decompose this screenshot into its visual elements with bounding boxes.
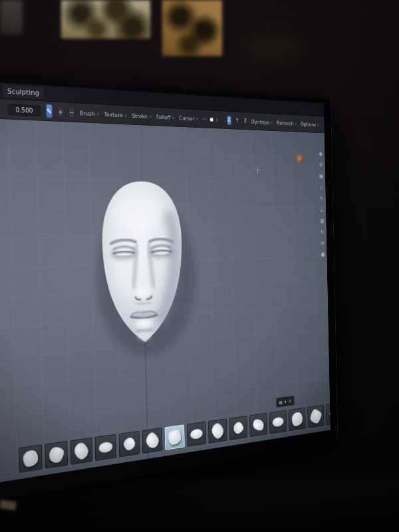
chevron-down-icon: ∨ (124, 113, 127, 118)
chevron-down-icon: ∨ (295, 122, 297, 126)
menu-stroke-label: Stroke (132, 112, 148, 119)
brush-thumbnail[interactable] (187, 422, 206, 447)
radius-increase-button[interactable]: + (57, 106, 63, 117)
gizmo-icon[interactable]: ◉ (319, 151, 323, 156)
panel-dyntopo-button[interactable]: Dyntopo ∨ (251, 118, 273, 126)
brush-preview-icon (23, 450, 38, 467)
monitor: Sculpting 0.500 ✎ + − Brush ∨ Texture ∨ (0, 74, 338, 505)
menu-brush-label: Brush (80, 109, 95, 116)
3d-viewport[interactable]: ◉ ⊕ ▣ ◇ ✎ ∠ ▦ ↻ ≡ ● ▦ ▾ × (0, 117, 331, 489)
symmetry-x-button[interactable]: X (227, 116, 231, 124)
panel-dyntopo-label: Dyntopo (251, 118, 269, 126)
brush-preview-icon (72, 440, 91, 462)
panel-options-button[interactable]: Options ∨ (301, 120, 319, 127)
brush-thumbnail[interactable] (229, 416, 247, 440)
brush-preview-icon (46, 444, 66, 466)
brush-thumbnail[interactable] (19, 444, 43, 472)
header-overflow-group: ⋯ ● ∨ (203, 116, 219, 122)
brush-preview-icon (232, 420, 244, 436)
brush-preview-icon (292, 412, 303, 427)
brush-thumbnail[interactable] (289, 408, 306, 431)
brush-thumbnail[interactable] (119, 431, 140, 458)
wall-reflection (233, 27, 313, 66)
close-icon[interactable]: × (289, 398, 292, 404)
brush-preview-icon (189, 429, 203, 440)
brush-preview-icon (271, 417, 285, 427)
brush-preview-icon (98, 442, 114, 453)
brush-thumbnail[interactable] (249, 413, 267, 437)
chevron-down-icon: ∨ (149, 114, 152, 119)
brush-preview-icon (210, 421, 225, 441)
menu-cursor-label: Cursor (179, 114, 194, 122)
brush-preview-icon (144, 430, 160, 451)
workspace-tab-sculpting[interactable]: Sculpting (2, 84, 44, 99)
zoom-icon[interactable]: ⊕ (319, 162, 323, 168)
brush-thumbnail-selected[interactable] (165, 424, 185, 450)
window-light-corner (0, 0, 23, 35)
measure-icon[interactable]: ∠ (320, 207, 324, 212)
menu-stroke[interactable]: Stroke ∨ (132, 112, 152, 119)
dot-icon[interactable]: ● (321, 252, 325, 257)
symmetry-z-button[interactable]: Z (243, 116, 247, 125)
chevron-down-icon: ∨ (216, 118, 219, 122)
menu-falloff[interactable]: Falloff ∨ (156, 113, 175, 120)
brush-preview-icon (168, 429, 181, 446)
toggle-overlays-icon[interactable]: ◇ (320, 185, 323, 190)
brush-thumbnail[interactable] (208, 418, 227, 443)
brush-thumbnail[interactable] (269, 410, 287, 434)
photo-of-monitor: Sculpting 0.500 ✎ + − Brush ∨ Texture ∨ (0, 0, 399, 532)
menu-cursor[interactable]: Cursor ∨ (179, 114, 198, 122)
active-tool-marker-icon (297, 156, 301, 160)
blender-window: Sculpting 0.500 ✎ + − Brush ∨ Texture ∨ (0, 80, 331, 489)
camera-view-icon[interactable]: ▣ (319, 174, 323, 179)
chevron-down-icon: ∨ (172, 116, 175, 120)
chevron-down-icon: ∨ (317, 123, 319, 128)
annotate-icon[interactable]: ✎ (320, 196, 323, 201)
brush-preview-icon (329, 407, 331, 421)
brush-thumbnail[interactable] (45, 441, 68, 469)
orbit-icon[interactable]: ↻ (321, 229, 324, 235)
chevron-down-icon: ∨ (271, 120, 273, 125)
active-brush-button[interactable]: ✎ (46, 104, 53, 118)
panel-options-label: Options (301, 120, 316, 127)
menu-texture[interactable]: Texture ∨ (104, 110, 127, 118)
menu-falloff-label: Falloff (156, 113, 171, 120)
brush-thumbnail[interactable] (326, 402, 331, 425)
brush-thumbnail[interactable] (142, 428, 163, 454)
panel-remesh-label: Remesh (277, 120, 293, 126)
symmetry-y-button[interactable]: Y (235, 116, 239, 125)
grid-icon[interactable]: ▦ (320, 218, 324, 223)
brush-preview-icon (122, 436, 136, 452)
chevron-down-icon: ∨ (196, 116, 198, 121)
brush-icon: ✎ (47, 107, 52, 116)
shading-sphere-icon[interactable]: ● (209, 116, 213, 122)
chevron-down-icon: ∨ (96, 112, 99, 117)
brush-thumbnail[interactable] (94, 434, 116, 461)
brush-thumbnail[interactable] (307, 405, 324, 428)
sculpted-head-mesh (78, 177, 207, 371)
menu-texture-label: Texture (104, 110, 122, 118)
brush-preview-icon (251, 418, 265, 433)
grid-icon[interactable]: ▦ (279, 400, 283, 405)
window-light-left (61, 0, 150, 39)
options-icon[interactable]: ≡ (321, 241, 324, 246)
panel-remesh-button[interactable]: Remesh ∨ (277, 120, 297, 127)
brush-thumbnail[interactable] (70, 438, 92, 465)
window-light-right (162, 0, 222, 56)
brush-preview-icon (309, 407, 323, 426)
overflow-dots-icon[interactable]: ⋯ (203, 116, 207, 122)
collapse-icon[interactable]: ▾ (285, 399, 287, 404)
brush-radius-field[interactable]: 0.500 (8, 104, 41, 116)
menu-brush[interactable]: Brush ∨ (80, 109, 100, 117)
3d-cursor-icon (255, 167, 260, 174)
radius-decrease-button[interactable]: − (68, 106, 74, 118)
